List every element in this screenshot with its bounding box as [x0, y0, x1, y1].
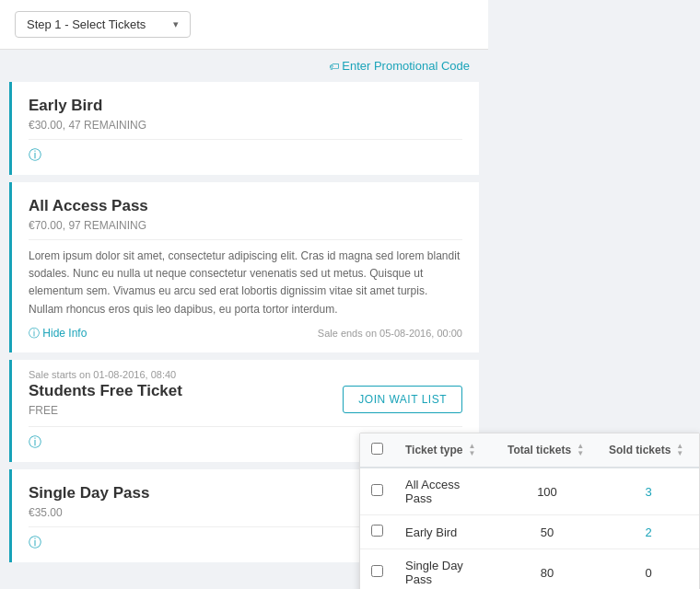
cell-total-tickets: 100 — [496, 468, 598, 515]
cell-sold-tickets[interactable]: 3 — [598, 468, 699, 515]
cell-total-tickets: 50 — [496, 515, 598, 549]
th-total-tickets: Total tickets ▲▼ — [496, 433, 598, 468]
ticket-card-early-bird: Early Bird €30.00, 47 REMAINING ⓘ — [9, 82, 479, 175]
ticket-meta: €70.00, 97 REMAINING — [29, 219, 462, 232]
ticket-card-all-access: All Access Pass €70.00, 97 REMAINING Lor… — [9, 182, 479, 352]
step-selector: Step 1 - Select Tickets ▾ — [0, 0, 488, 50]
join-wait-list-button[interactable]: JOIN WAIT LIST — [343, 386, 462, 413]
table-header-row: Ticket type ▲▼ Total tickets ▲▼ Sold tic… — [360, 433, 699, 468]
row-checkbox[interactable] — [371, 565, 383, 577]
chevron-down-icon: ▾ — [173, 18, 179, 30]
sort-total-icon[interactable]: ▲▼ — [577, 443, 584, 457]
cell-ticket-type: Single Day Pass — [394, 549, 496, 590]
ticket-price: FREE — [29, 404, 182, 417]
table-row: Single Day Pass800 — [360, 549, 699, 590]
ticket-description: Lorem ipsum dolor sit amet, consectetur … — [29, 248, 462, 318]
sale-ends-label: Sale ends on 05-08-2016, 00:00 — [318, 328, 462, 339]
ticket-name: Students Free Ticket — [29, 382, 182, 400]
table-row: Early Bird502 — [360, 515, 699, 549]
th-sold-tickets: Sold tickets ▲▼ — [598, 433, 699, 468]
wait-header: Students Free Ticket FREE JOIN WAIT LIST — [29, 382, 462, 417]
ticket-name: All Access Pass — [29, 197, 462, 215]
row-checkbox[interactable] — [371, 525, 383, 537]
info-icon[interactable]: ⓘ — [29, 535, 41, 549]
ticket-meta: €30.00, 47 REMAINING — [29, 119, 462, 132]
sale-starts-label: Sale starts on 01-08-2016, 08:40 — [29, 369, 462, 380]
cell-sold-tickets: 0 — [598, 549, 699, 590]
ticket-name: Early Bird — [29, 97, 462, 115]
table-row: All Access Pass1003 — [360, 468, 699, 515]
sort-sold-icon[interactable]: ▲▼ — [676, 443, 683, 457]
cell-sold-tickets[interactable]: 2 — [598, 515, 699, 549]
row-checkbox[interactable] — [371, 484, 383, 496]
select-all-checkbox[interactable] — [371, 443, 383, 455]
sort-type-icon[interactable]: ▲▼ — [468, 443, 475, 457]
cell-ticket-type: Early Bird — [394, 515, 496, 549]
step-dropdown[interactable]: Step 1 - Select Tickets ▾ — [15, 11, 191, 38]
info-icon-small: ⓘ — [29, 327, 40, 340]
cell-ticket-type: All Access Pass — [394, 468, 496, 515]
ticket-footer: ⓘ Hide Info Sale ends on 05-08-2016, 00:… — [29, 326, 462, 341]
info-icon[interactable]: ⓘ — [29, 147, 41, 162]
cell-total-tickets: 80 — [496, 549, 598, 590]
th-checkbox — [360, 433, 394, 468]
step-label: Step 1 - Select Tickets — [27, 17, 146, 31]
ticket-name-group: Students Free Ticket FREE — [29, 382, 182, 417]
tickets-table: Ticket type ▲▼ Total tickets ▲▼ Sold tic… — [360, 433, 699, 589]
th-ticket-type: Ticket type ▲▼ — [394, 433, 496, 468]
hide-info-link[interactable]: ⓘ Hide Info — [29, 326, 87, 341]
promo-label: Enter Promotional Code — [342, 59, 470, 73]
promo-link[interactable]: Enter Promotional Code — [0, 50, 488, 82]
sold-tickets-panel: Ticket type ▲▼ Total tickets ▲▼ Sold tic… — [359, 433, 700, 589]
table-container: Ticket type ▲▼ Total tickets ▲▼ Sold tic… — [360, 433, 699, 589]
